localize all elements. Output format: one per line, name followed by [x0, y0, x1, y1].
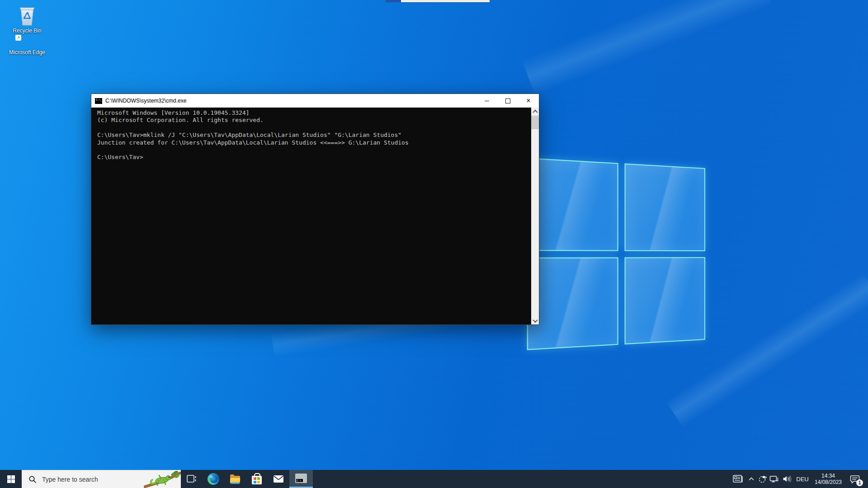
offscreen-window-top-sliver[interactable]: [386, 0, 401, 2]
terminal-prompt-line: C:\Users\Tav>: [97, 154, 530, 161]
cmd-window: C:\_ C:\WINDOWS\system32\cmd.exe × Micro…: [91, 94, 539, 325]
console-scrollbar[interactable]: [531, 108, 539, 324]
taskbar-clock[interactable]: 14:34 14/08/2023: [811, 470, 845, 488]
search-highlight-gecko-image[interactable]: [144, 471, 181, 488]
wallpaper-windows-logo: [527, 158, 705, 350]
wallpaper-light-streak: [521, 0, 772, 95]
news-interests-button[interactable]: [730, 470, 746, 488]
terminal-line: Junction created for C:\Users\Tav\AppDat…: [97, 139, 530, 146]
taskbar-cmd-button-active[interactable]: C:\_: [289, 470, 313, 488]
language-indicator[interactable]: DEU: [794, 470, 811, 488]
recycle-bin-icon: [17, 4, 38, 26]
scroll-down-button[interactable]: [531, 317, 539, 324]
news-icon: [732, 474, 743, 483]
start-button[interactable]: [0, 470, 22, 488]
minimize-button[interactable]: [476, 94, 497, 108]
windows-logo-pane: [527, 257, 618, 350]
taskbar-file-explorer-button[interactable]: [224, 470, 246, 488]
search-icon: [28, 475, 37, 483]
edge-icon: [208, 473, 219, 485]
volume-icon: [782, 474, 792, 483]
desktop-icon-label: Microsoft Edge: [5, 49, 49, 56]
meet-now-icon: [758, 474, 767, 483]
taskbar-search-box[interactable]: [22, 470, 181, 488]
console-output[interactable]: Microsoft Windows [Version 10.0.19045.33…: [91, 108, 539, 324]
shortcut-arrow-icon: ↗: [15, 35, 21, 41]
windows-logo-pane: [624, 164, 705, 251]
windows-start-icon: [7, 475, 15, 483]
notification-badge: 1: [856, 479, 863, 486]
offscreen-window-top-sliver[interactable]: [401, 0, 490, 2]
hidden-icons-button[interactable]: [746, 470, 757, 488]
close-icon: ×: [526, 97, 530, 104]
mail-icon: [273, 475, 284, 483]
task-view-button[interactable]: [181, 470, 203, 488]
chevron-up-icon: [533, 109, 538, 114]
terminal-line: Microsoft Windows [Version 10.0.19045.33…: [97, 109, 530, 117]
network-icon: [769, 474, 779, 483]
terminal-line: C:\Users\Tav>mklink /J "C:\Users\Tav\App…: [97, 131, 530, 139]
meet-now-button[interactable]: [757, 470, 769, 488]
taskbar-edge-button[interactable]: [203, 470, 224, 488]
action-center-button[interactable]: 1: [845, 470, 864, 488]
desktop-icon-microsoft-edge[interactable]: ↗ Microsoft Edge: [5, 48, 49, 56]
terminal-line: [97, 124, 530, 131]
minimize-icon: [485, 101, 489, 101]
maximize-button[interactable]: [497, 94, 518, 108]
maximize-icon: [505, 99, 510, 103]
task-view-icon: [187, 474, 197, 483]
desktop-icon-label: Recycle Bin: [5, 28, 49, 34]
network-button[interactable]: [769, 470, 780, 488]
cmd-window-titlebar[interactable]: C:\_ C:\WINDOWS\system32\cmd.exe ×: [91, 94, 539, 108]
chevron-up-icon: [748, 475, 755, 483]
cmd-icon: C:\_: [95, 98, 102, 104]
scrollbar-thumb[interactable]: [531, 116, 539, 129]
clock-date: 14/08/2023: [815, 479, 842, 485]
volume-button[interactable]: [780, 470, 794, 488]
clock-time: 14:34: [821, 473, 835, 479]
window-title: C:\WINDOWS\system32\cmd.exe: [105, 98, 186, 104]
cmd-icon: C:\_: [295, 474, 307, 483]
windows-logo-pane: [624, 257, 705, 345]
taskbar-store-button[interactable]: [246, 470, 268, 488]
system-tray: DEU 14:34 14/08/2023 1: [730, 470, 868, 488]
terminal-line: (c) Microsoft Corporation. All rights re…: [97, 117, 530, 124]
desktop-wallpaper: Recycle Bin ↗ Microsoft Edge C:\_ C:\WIN…: [0, 0, 868, 488]
file-explorer-icon: [230, 474, 241, 484]
microsoft-store-icon: [252, 476, 262, 484]
taskbar: C:\_: [0, 470, 868, 488]
chevron-down-icon: [533, 317, 538, 322]
scroll-up-button[interactable]: [531, 108, 539, 115]
windows-logo-pane: [527, 158, 618, 251]
desktop-icon-recycle-bin[interactable]: Recycle Bin: [5, 4, 49, 34]
close-button[interactable]: ×: [518, 94, 539, 108]
taskbar-mail-button[interactable]: [268, 470, 289, 488]
terminal-line: [97, 146, 530, 154]
